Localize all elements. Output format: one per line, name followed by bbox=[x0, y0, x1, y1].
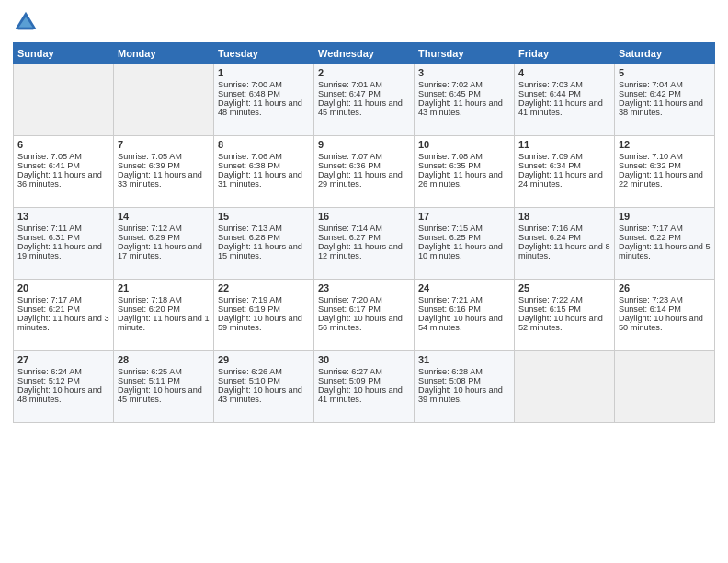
day-cell: 15 Sunrise: 7:13 AM Sunset: 6:28 PM Dayl… bbox=[214, 208, 314, 280]
daylight: Daylight: 10 hours and 52 minutes. bbox=[518, 314, 603, 332]
day-cell bbox=[515, 351, 615, 423]
day-number: 15 bbox=[218, 211, 310, 222]
sunset: Sunset: 6:34 PM bbox=[518, 161, 581, 170]
svg-rect-2 bbox=[18, 28, 34, 30]
sunset: Sunset: 6:28 PM bbox=[218, 233, 280, 242]
day-cell: 8 Sunrise: 7:06 AM Sunset: 6:38 PM Dayli… bbox=[214, 136, 314, 208]
day-number: 2 bbox=[318, 67, 410, 78]
sunrise: Sunrise: 7:22 AM bbox=[518, 295, 583, 304]
sunrise: Sunrise: 7:02 AM bbox=[418, 80, 483, 89]
day-cell: 18 Sunrise: 7:16 AM Sunset: 6:24 PM Dayl… bbox=[515, 208, 615, 280]
header-cell-tuesday: Tuesday bbox=[214, 43, 314, 64]
day-number: 6 bbox=[17, 139, 109, 150]
logo bbox=[13, 9, 42, 35]
sunset: Sunset: 6:20 PM bbox=[118, 304, 180, 314]
sunrise: Sunrise: 7:01 AM bbox=[318, 80, 382, 89]
sunrise: Sunrise: 7:05 AM bbox=[17, 152, 82, 161]
sunset: Sunset: 5:08 PM bbox=[418, 376, 481, 385]
daylight: Daylight: 11 hours and 5 minutes. bbox=[619, 242, 711, 260]
daylight: Daylight: 10 hours and 59 minutes. bbox=[218, 314, 302, 332]
daylight: Daylight: 11 hours and 19 minutes. bbox=[17, 242, 102, 260]
day-number: 26 bbox=[619, 282, 711, 293]
day-number: 31 bbox=[418, 354, 510, 365]
sunrise: Sunrise: 7:19 AM bbox=[218, 295, 282, 304]
day-cell: 20 Sunrise: 7:17 AM Sunset: 6:21 PM Dayl… bbox=[14, 280, 114, 351]
day-cell: 5 Sunrise: 7:04 AM Sunset: 6:42 PM Dayli… bbox=[615, 64, 715, 136]
daylight: Daylight: 11 hours and 12 minutes. bbox=[318, 242, 403, 260]
day-number: 25 bbox=[518, 282, 610, 293]
sunset: Sunset: 6:39 PM bbox=[118, 161, 180, 170]
day-cell: 28 Sunrise: 6:25 AM Sunset: 5:11 PM Dayl… bbox=[114, 351, 214, 423]
daylight: Daylight: 10 hours and 54 minutes. bbox=[418, 314, 503, 332]
logo-icon bbox=[13, 9, 39, 35]
day-number: 29 bbox=[218, 354, 310, 365]
sunrise: Sunrise: 7:04 AM bbox=[619, 80, 683, 89]
day-cell: 3 Sunrise: 7:02 AM Sunset: 6:45 PM Dayli… bbox=[415, 64, 515, 136]
daylight: Daylight: 10 hours and 43 minutes. bbox=[218, 385, 302, 404]
header-row: SundayMondayTuesdayWednesdayThursdayFrid… bbox=[14, 43, 715, 64]
sunrise: Sunrise: 7:17 AM bbox=[17, 295, 82, 304]
day-cell: 19 Sunrise: 7:17 AM Sunset: 6:22 PM Dayl… bbox=[615, 208, 715, 280]
day-cell: 25 Sunrise: 7:22 AM Sunset: 6:15 PM Dayl… bbox=[515, 280, 615, 351]
sunset: Sunset: 6:31 PM bbox=[17, 233, 80, 242]
sunset: Sunset: 6:16 PM bbox=[418, 304, 481, 314]
sunset: Sunset: 6:44 PM bbox=[518, 89, 581, 98]
sunrise: Sunrise: 7:08 AM bbox=[418, 152, 483, 161]
day-cell: 7 Sunrise: 7:05 AM Sunset: 6:39 PM Dayli… bbox=[114, 136, 214, 208]
week-row-1: 1 Sunrise: 7:00 AM Sunset: 6:48 PM Dayli… bbox=[14, 64, 715, 136]
day-number: 23 bbox=[318, 282, 410, 293]
sunrise: Sunrise: 7:23 AM bbox=[619, 295, 683, 304]
daylight: Daylight: 11 hours and 24 minutes. bbox=[518, 170, 603, 189]
sunrise: Sunrise: 7:06 AM bbox=[218, 152, 282, 161]
sunrise: Sunrise: 7:16 AM bbox=[518, 224, 583, 233]
day-number: 16 bbox=[318, 211, 410, 222]
day-number: 18 bbox=[518, 211, 610, 222]
sunrise: Sunrise: 7:17 AM bbox=[619, 224, 683, 233]
daylight: Daylight: 10 hours and 48 minutes. bbox=[17, 385, 102, 404]
day-number: 5 bbox=[619, 67, 711, 78]
sunset: Sunset: 6:22 PM bbox=[619, 233, 681, 242]
daylight: Daylight: 11 hours and 3 minutes. bbox=[17, 314, 109, 332]
day-cell: 23 Sunrise: 7:20 AM Sunset: 6:17 PM Dayl… bbox=[314, 280, 415, 351]
day-cell: 14 Sunrise: 7:12 AM Sunset: 6:29 PM Dayl… bbox=[114, 208, 214, 280]
daylight: Daylight: 11 hours and 31 minutes. bbox=[218, 170, 302, 189]
daylight: Daylight: 10 hours and 39 minutes. bbox=[418, 385, 503, 404]
day-cell: 21 Sunrise: 7:18 AM Sunset: 6:20 PM Dayl… bbox=[114, 280, 214, 351]
day-cell bbox=[14, 64, 114, 136]
sunset: Sunset: 6:35 PM bbox=[418, 161, 481, 170]
daylight: Daylight: 10 hours and 41 minutes. bbox=[318, 385, 403, 404]
sunset: Sunset: 6:47 PM bbox=[318, 89, 381, 98]
sunset: Sunset: 6:17 PM bbox=[318, 304, 381, 314]
day-number: 28 bbox=[118, 354, 210, 365]
header-cell-monday: Monday bbox=[114, 43, 214, 64]
day-cell: 31 Sunrise: 6:28 AM Sunset: 5:08 PM Dayl… bbox=[415, 351, 515, 423]
sunrise: Sunrise: 6:28 AM bbox=[418, 367, 483, 376]
day-number: 1 bbox=[218, 67, 310, 78]
sunrise: Sunrise: 7:15 AM bbox=[418, 224, 483, 233]
header-cell-thursday: Thursday bbox=[415, 43, 515, 64]
daylight: Daylight: 10 hours and 45 minutes. bbox=[118, 385, 202, 404]
sunset: Sunset: 6:14 PM bbox=[619, 304, 681, 314]
sunrise: Sunrise: 6:25 AM bbox=[118, 367, 182, 376]
sunrise: Sunrise: 7:20 AM bbox=[318, 295, 382, 304]
day-number: 4 bbox=[518, 67, 610, 78]
sunrise: Sunrise: 7:11 AM bbox=[17, 224, 82, 233]
daylight: Daylight: 11 hours and 8 minutes. bbox=[518, 242, 610, 260]
sunset: Sunset: 6:32 PM bbox=[619, 161, 681, 170]
day-number: 13 bbox=[17, 211, 109, 222]
day-number: 22 bbox=[218, 282, 310, 293]
day-cell: 24 Sunrise: 7:21 AM Sunset: 6:16 PM Dayl… bbox=[415, 280, 515, 351]
daylight: Daylight: 11 hours and 10 minutes. bbox=[418, 242, 503, 260]
sunset: Sunset: 6:24 PM bbox=[518, 233, 581, 242]
daylight: Daylight: 10 hours and 50 minutes. bbox=[619, 314, 703, 332]
day-number: 17 bbox=[418, 211, 510, 222]
day-number: 30 bbox=[318, 354, 410, 365]
daylight: Daylight: 11 hours and 45 minutes. bbox=[318, 98, 403, 117]
main-container: SundayMondayTuesdayWednesdayThursdayFrid… bbox=[0, 0, 728, 429]
header-cell-wednesday: Wednesday bbox=[314, 43, 415, 64]
header bbox=[13, 9, 715, 35]
sunrise: Sunrise: 7:18 AM bbox=[118, 295, 182, 304]
day-cell: 17 Sunrise: 7:15 AM Sunset: 6:25 PM Dayl… bbox=[415, 208, 515, 280]
sunset: Sunset: 6:45 PM bbox=[418, 89, 481, 98]
sunset: Sunset: 6:25 PM bbox=[418, 233, 481, 242]
